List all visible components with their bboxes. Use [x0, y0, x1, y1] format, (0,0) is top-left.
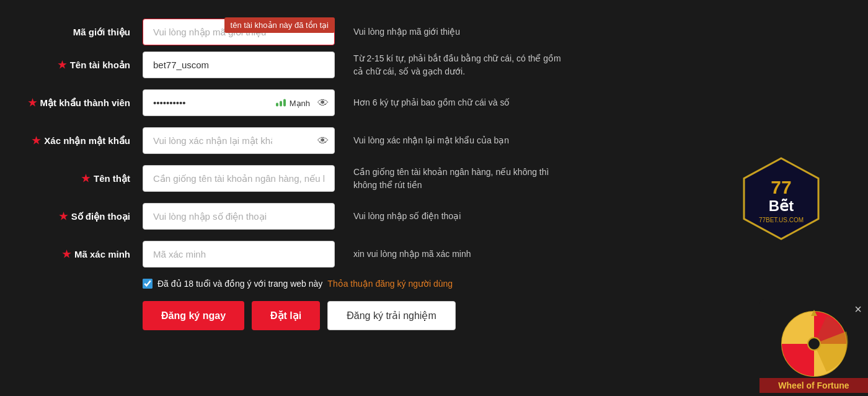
password-help: Hơn 6 ký tự phải bao gồm chữ cái và số	[335, 96, 570, 109]
register-button[interactable]: Đăng ký ngay	[143, 301, 244, 330]
referral-input-col: tên tài khoản này đã tồn tại	[143, 19, 335, 45]
action-buttons-row: Đăng ký ngay Đặt lại Đăng ký trải nghiệm	[143, 301, 570, 330]
referral-label: Mã giới thiệu	[12, 27, 143, 38]
phone-row: ★ Số điện thoại Vui lòng nhập số điện th…	[12, 203, 570, 230]
realname-help: Cần giống tên tài khoản ngân hàng, nếu k…	[335, 166, 570, 192]
terms-checkbox-row: Đã đủ 18 tuổi và đồng ý với trang web nà…	[143, 279, 570, 289]
trial-button[interactable]: Đăng ký trải nghiệm	[327, 301, 456, 330]
strength-bar-2	[280, 101, 282, 107]
referral-help: Vui lòng nhập mã giới thiệu	[335, 25, 570, 38]
username-input-col	[143, 52, 335, 78]
close-wof-button[interactable]: ×	[854, 302, 862, 317]
confirm-required-star: ★	[32, 135, 40, 146]
confirm-password-help: Vui lòng xác nhận lại mật khẩu của bạn	[335, 134, 570, 147]
confirm-password-input-col: 👁	[143, 127, 335, 154]
brand-hexagon-svg: 77 Bẽt 77BET.US.COM	[738, 155, 825, 242]
username-input[interactable]	[143, 52, 335, 78]
password-toggle-btn[interactable]: 👁	[317, 96, 329, 109]
wheel-svg	[780, 310, 848, 378]
svg-text:77BET.US.COM: 77BET.US.COM	[759, 217, 804, 223]
password-required-star: ★	[28, 97, 37, 109]
phone-help: Vui lòng nhập số điện thoại	[335, 210, 570, 223]
realname-input-col	[143, 165, 335, 192]
verification-label: ★ Mã xác minh	[12, 248, 143, 260]
confirm-password-label: ★ Xác nhận mật khẩu	[12, 135, 143, 146]
reset-button[interactable]: Đặt lại	[252, 301, 320, 330]
password-strength-indicator: Mạnh	[276, 98, 310, 107]
wheel-of-fortune-panel: × Wheel of Fortune	[760, 299, 868, 396]
strength-bar-3	[283, 99, 286, 107]
phone-label: ★ Số điện thoại	[12, 210, 143, 222]
password-input-col: Mạnh 👁	[143, 89, 335, 116]
svg-text:Bẽt: Bẽt	[769, 197, 794, 214]
verification-input-col	[143, 241, 335, 268]
confirm-password-row: ★ Xác nhận mật khẩu 👁 Vui lòng xác nhận …	[12, 127, 570, 154]
realname-required-star: ★	[81, 173, 90, 184]
realname-row: ★ Tên thật Cần giống tên tài khoản ngân …	[12, 165, 570, 192]
phone-required-star: ★	[59, 210, 68, 222]
realname-label: ★ Tên thật	[12, 173, 143, 184]
referral-row: Mã giới thiệu tên tài khoản này đã tồn t…	[12, 19, 570, 45]
wheel-of-fortune-label[interactable]: Wheel of Fortune	[760, 378, 868, 393]
username-label: ★ Tên tài khoản	[12, 59, 143, 71]
username-help: Từ 2-15 kí tự, phải bắt đầu bằng chữ cái…	[335, 52, 570, 78]
confirm-password-input[interactable]	[143, 127, 335, 154]
verification-required-star: ★	[62, 248, 71, 260]
username-required-star: ★	[58, 59, 66, 71]
strength-bars	[276, 99, 286, 107]
strength-bar-1	[276, 103, 278, 107]
password-row: ★ Mật khẩu thành viên Mạnh 👁 Hơn 6 ký tự…	[12, 89, 570, 116]
phone-input[interactable]	[143, 203, 335, 230]
password-label: ★ Mật khẩu thành viên	[12, 97, 143, 109]
svg-point-5	[808, 338, 820, 350]
phone-input-col	[143, 203, 335, 230]
referral-error-tooltip: tên tài khoản này đã tồn tại	[224, 17, 335, 33]
svg-text:77: 77	[771, 177, 791, 197]
terms-checkbox[interactable]	[143, 279, 153, 289]
brand-logo: 77 Bẽt 77BET.US.COM	[738, 155, 825, 245]
realname-input[interactable]	[143, 165, 335, 192]
verification-input[interactable]	[143, 241, 335, 268]
username-row: ★ Tên tài khoản Từ 2-15 kí tự, phải bắt …	[12, 52, 570, 78]
confirm-password-toggle-btn[interactable]: 👁	[317, 134, 329, 147]
terms-link[interactable]: Thỏa thuận đăng ký người dùng	[327, 279, 453, 289]
verification-row: ★ Mã xác minh xin vui lòng nhập mã xác m…	[12, 241, 570, 268]
wheel-svg-container	[780, 310, 848, 378]
verification-help: xin vui lòng nhập mã xác minh	[335, 248, 570, 261]
